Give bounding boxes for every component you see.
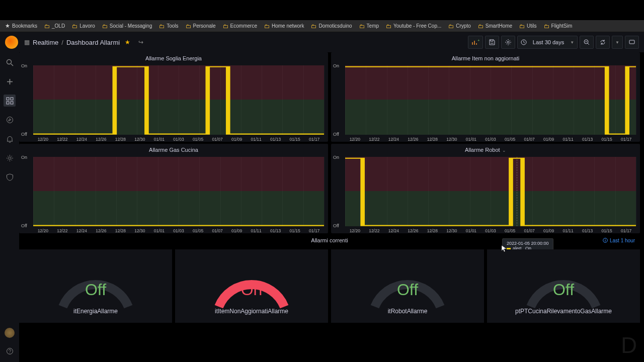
x-axis: 12/2012/2212/2412/2612/2812/3001/0101/03… [33, 228, 324, 233]
dashboards-icon[interactable] [4, 95, 16, 107]
gauge-cucina-gas[interactable]: Off ptPTCucinaRilevamentoGasAllarme [487, 249, 640, 323]
grafana-logo[interactable] [5, 36, 18, 49]
app-header: ▦ Realtime / Dashboard Allarmi ★ ↪ + Las… [0, 32, 644, 52]
bookmark-item[interactable]: 🗀Ecommerce [223, 23, 257, 29]
bookmark-item[interactable]: 🗀Personale [186, 23, 216, 29]
share-icon[interactable]: ↪ [138, 39, 143, 46]
svg-point-4 [507, 41, 509, 43]
section-header: Allarmi correnti Last 1 hour [19, 235, 640, 245]
panel-title: Allarme Robot ⌄ [331, 144, 640, 154]
sidebar [0, 52, 19, 362]
chart-area[interactable]: On Off [345, 157, 636, 226]
panel-title: Allarme Soglia Energia [19, 52, 328, 62]
bookmark-item[interactable]: 🗀Lavoro [72, 23, 95, 29]
svg-point-24 [605, 239, 605, 239]
svg-point-21 [9, 352, 10, 353]
bookmark-item[interactable]: 🗀SmartHome [478, 23, 512, 29]
gauge-item-non-aggiornati[interactable]: On itItemNonAggiornatiAllarme [175, 249, 328, 323]
dashboard-icon: ▦ [24, 39, 30, 46]
bookmarks-bar: ★Bookmarks 🗀_OLD 🗀Lavoro 🗀Social - Messa… [0, 20, 644, 32]
watermark: D [621, 333, 635, 358]
panel-title: Allarme Gas Cucina [19, 144, 328, 154]
svg-line-7 [588, 43, 589, 45]
chevron-down-icon: ▼ [570, 40, 574, 45]
alerting-icon[interactable] [4, 133, 16, 145]
view-mode-button[interactable] [625, 36, 639, 49]
help-icon[interactable] [4, 345, 16, 357]
star-icon[interactable]: ★ [125, 39, 130, 46]
explore-icon[interactable] [4, 114, 16, 126]
gauge-value: Off [365, 281, 450, 299]
chevron-down-icon[interactable]: ⌄ [501, 148, 507, 153]
bookmark-item[interactable]: 🗀Home network [264, 23, 304, 29]
svg-text:+: + [477, 39, 479, 43]
svg-rect-9 [629, 40, 634, 44]
panel-allarme-robot[interactable]: Allarme Robot ⌄ On Off 12/2012/2212/2412… [331, 144, 640, 233]
gauge-value: Off [53, 281, 138, 299]
bookmark-item[interactable]: 🗀Tools [159, 23, 178, 29]
chart-area[interactable]: On Off [345, 65, 636, 135]
svg-point-19 [9, 157, 11, 159]
chart-area[interactable]: On Off [33, 157, 324, 226]
section-time-info[interactable]: Last 1 hour [603, 238, 635, 243]
refresh-interval-button[interactable]: ▼ [612, 36, 623, 49]
breadcrumb-dashboard[interactable]: Dashboard Allarmi [66, 39, 120, 46]
bookmark-item[interactable]: ★Bookmarks [5, 23, 37, 29]
server-admin-icon[interactable] [4, 171, 16, 183]
svg-rect-16 [7, 102, 9, 104]
bookmark-item[interactable]: 🗀Youtube - Free Cop... [386, 23, 441, 29]
x-axis: 12/2012/2212/2412/2612/2812/3001/0101/03… [345, 137, 636, 142]
bookmark-item[interactable]: 🗀Crypto [448, 23, 470, 29]
avatar[interactable] [5, 328, 15, 338]
gauge-energia[interactable]: Off itEnergiaAllarme [19, 249, 172, 323]
bookmark-item[interactable]: 🗀Utils [519, 23, 536, 29]
save-button[interactable] [485, 36, 499, 49]
bookmark-item[interactable]: 🗀_OLD [44, 23, 65, 29]
gauge-value: Off [521, 281, 606, 299]
section-title: Allarmi correnti [311, 237, 348, 243]
panel-allarme-soglia-energia[interactable]: Allarme Soglia Energia On Off 12/2012/22… [19, 52, 328, 142]
zoom-out-button[interactable] [580, 36, 594, 49]
create-icon[interactable] [4, 75, 16, 87]
svg-line-11 [11, 64, 13, 66]
gauge-robot[interactable]: Off itRobotAllarme [331, 249, 484, 323]
svg-point-18 [7, 117, 13, 123]
svg-rect-15 [11, 98, 13, 100]
svg-point-10 [7, 59, 11, 64]
x-axis: 12/2012/2212/2412/2612/2812/3001/0101/03… [345, 228, 636, 233]
svg-point-20 [7, 348, 13, 354]
panel-title: Allarme Item non aggiornati [331, 52, 640, 62]
panel-allarme-item-non-aggiornati[interactable]: Allarme Item non aggiornati On Off 12/20… [331, 52, 640, 142]
bookmark-item[interactable]: 🗀Domoticsduino [311, 23, 352, 29]
search-icon[interactable] [4, 56, 16, 68]
breadcrumb-folder[interactable]: Realtime [33, 39, 58, 46]
svg-rect-17 [11, 102, 13, 104]
gauge-value: On [209, 281, 294, 299]
settings-button[interactable] [501, 36, 515, 49]
add-panel-button[interactable]: + [468, 36, 483, 49]
panel-allarme-gas-cucina[interactable]: Allarme Gas Cucina On Off 12/2012/2212/2… [19, 144, 328, 233]
chart-area[interactable]: On Off [33, 65, 324, 135]
bookmark-item[interactable]: 🗀FlightSim [544, 23, 573, 29]
time-range-picker[interactable]: Last 30 days ▼ [517, 36, 578, 49]
svg-rect-14 [7, 98, 9, 100]
bookmark-item[interactable]: 🗀Social - Messaging [102, 23, 152, 29]
configuration-icon[interactable] [4, 152, 16, 164]
breadcrumb: ▦ Realtime / Dashboard Allarmi ★ ↪ [24, 39, 143, 46]
refresh-button[interactable] [596, 36, 610, 49]
x-axis: 12/2012/2212/2412/2612/2812/3001/0101/03… [33, 137, 324, 142]
bookmark-item[interactable]: 🗀Temp [359, 23, 379, 29]
